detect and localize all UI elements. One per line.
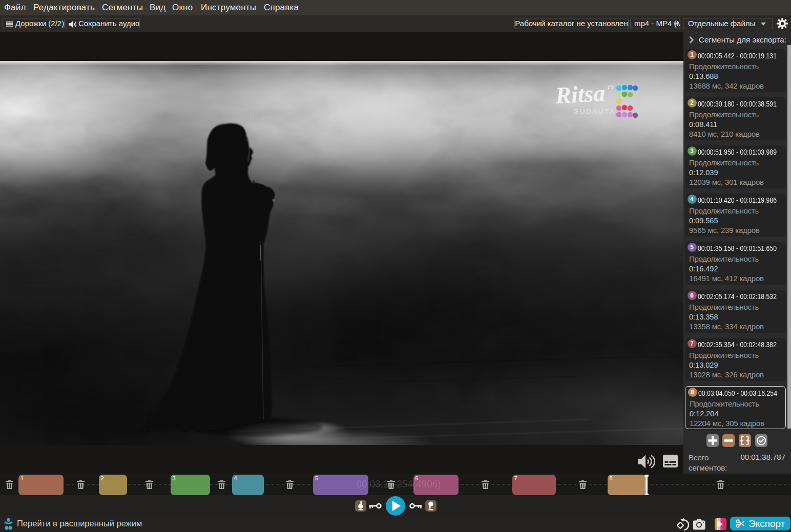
svg-text:Ritsa: Ritsa (554, 80, 606, 109)
svg-text:GUDAUTA: GUDAUTA (573, 108, 616, 115)
svg-text:TV: TV (607, 84, 615, 90)
